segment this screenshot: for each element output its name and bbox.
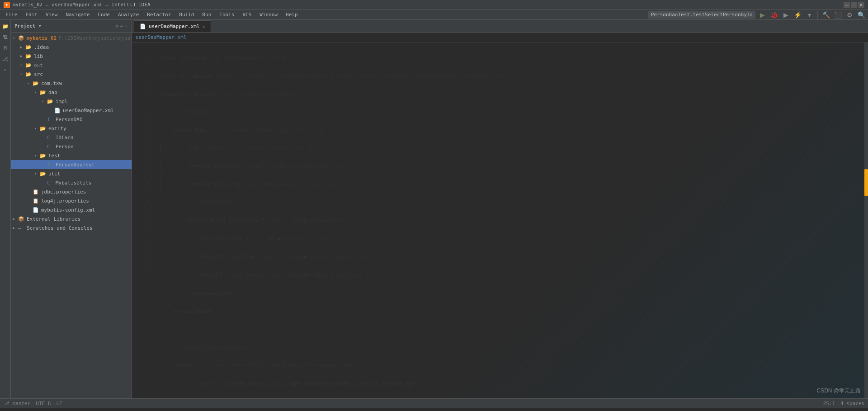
sidebar-icon-structure[interactable]: 🏗 [1,33,10,42]
tree-log4j-properties[interactable]: ▶ 📋 log4j.properties [11,196,132,205]
breadcrumb-item[interactable]: userDaoMapper.xml [136,34,187,40]
line-separator[interactable]: LF [56,401,62,406]
sidebar-icon-todo[interactable]: ✓ [1,65,10,74]
window-title: mybatis_02 – userDaoMapper.xml – Intelli… [13,2,151,8]
tree-persondao[interactable]: ▶ I PersonDAO [11,115,132,124]
run-button[interactable]: ▶ [757,10,767,20]
title-bar: ♦ mybatis_02 – userDaoMapper.xml – Intel… [0,0,868,10]
tree-impl[interactable]: ▾ 📂 impl [11,97,132,106]
menu-analyze[interactable]: Analyze [114,11,142,19]
menu-bar: File Edit View Navigate Code Analyze Ref… [0,10,868,20]
project-title: Project ▾ [14,23,42,29]
menu-build[interactable]: Build [175,11,198,19]
tab-label: userDaoMapper.xml [149,24,200,29]
tree-scratches[interactable]: ▶ ✏️ Scratches and Consoles [11,223,132,232]
git-branch[interactable]: ⎇ master [4,401,30,406]
tree-userdaomapper[interactable]: ▶ 📄 userDaoMapper.xml [11,106,132,115]
code-editor: 12345 678910 1112131415 1617181920 21222… [132,43,868,398]
editor-scrollbar[interactable] [864,43,868,398]
sidebar-icon-project[interactable]: 📁 [1,22,10,31]
menu-file[interactable]: File [2,11,21,19]
project-tree: ▾ 📦 mybatis_02 F:\IDEAWork\mybatis\mybat… [11,33,132,398]
menu-view[interactable]: View [42,11,61,19]
tree-com-txw[interactable]: ▾ 📂 com.txw [11,79,132,88]
tree-util[interactable]: ▾ 📂 util [11,169,132,178]
menu-edit[interactable]: Edit [22,11,42,19]
tree-dao[interactable]: ▾ 📂 dao [11,88,132,97]
editor-area: 📄 userDaoMapper.xml ✕ userDaoMapper.xml … [132,20,868,398]
menu-code[interactable]: Code [94,11,113,19]
window-controls[interactable]: — □ ✕ [844,2,864,8]
line-numbers: 12345 678910 1112131415 1617181920 21222… [132,43,155,398]
tree-idea[interactable]: ▶ 📂 .idea [11,43,132,52]
run-with-coverage-button[interactable]: ▶ [781,10,791,20]
tree-jdbc-properties[interactable]: ▶ 📋 jdbc.properties [11,187,132,196]
breadcrumb: userDaoMapper.xml [132,33,868,43]
sidebar-icon-maven[interactable]: M [1,43,10,52]
tree-test[interactable]: ▾ 📂 test [11,151,132,160]
project-icon-gear[interactable]: ≡ [125,23,128,29]
stop-button[interactable]: ⬛ [833,10,843,20]
cursor-position: 25:1 [823,401,835,406]
profile-button[interactable]: ⚡ [793,10,802,20]
run-config-area: PersonDaoTest.testSelectPersonById ▶ 🐞 ▶… [648,10,866,20]
file-encoding[interactable]: UTF-8 [36,401,51,406]
status-bar-right: 25:1 4 spaces [823,401,864,406]
tree-mybatis-config[interactable]: ▶ 📄 mybatis-config.xml [11,205,132,214]
tree-lib[interactable]: ▶ 📂 lib [11,52,132,61]
tree-entity[interactable]: ▾ 📂 entity [11,124,132,133]
close-button[interactable]: ✕ [858,2,864,8]
project-icon-expand[interactable]: ⇔ [120,23,123,29]
tree-person[interactable]: ▶ C Person [11,142,132,151]
tree-external-libraries[interactable]: ▶ 📦 External Libraries [11,214,132,223]
project-header-icons: ⚙ ⇔ ≡ [115,23,128,29]
project-header: Project ▾ ⚙ ⇔ ≡ [11,20,132,33]
main-container: 📁 🏗 M ⎇ ✓ Project ▾ ⚙ ⇔ ≡ ▾ 📦 mybatis_02… [0,20,868,398]
more-run-options[interactable]: ▾ [804,10,814,20]
tree-out[interactable]: ▾ 📂 out [11,61,132,70]
status-bar: ⎇ master UTF-8 LF 25:1 4 spaces [0,398,868,408]
menu-help[interactable]: Help [282,11,302,19]
tree-mybatisutils[interactable]: ▶ C MybatisUtils [11,178,132,187]
sidebar-icon-bar: 📁 🏗 M ⎇ ✓ [0,20,11,398]
indentation: 4 spaces [840,401,864,406]
settings-icon[interactable]: ⚙ [844,10,854,20]
status-bar-left: ⎇ master UTF-8 LF [4,401,62,406]
debug-button[interactable]: 🐞 [769,10,779,20]
tree-src[interactable]: ▾ 📂 src [11,70,132,79]
project-icon-settings[interactable]: ⚙ [115,23,118,29]
tree-idcard[interactable]: ▶ C IDCard [11,133,132,142]
sidebar-icon-git[interactable]: ⎇ [1,54,10,63]
project-panel: Project ▾ ⚙ ⇔ ≡ ▾ 📦 mybatis_02 F:\IDEAWo… [11,20,132,398]
watermark: CSDN @学无止路 [816,387,861,395]
menu-tools[interactable]: Tools [216,11,238,19]
editor-tab-userdaomapper[interactable]: 📄 userDaoMapper.xml ✕ [134,20,211,32]
run-config-name[interactable]: PersonDaoTest.testSelectPersonById [648,11,755,19]
build-button[interactable]: 🔨 [821,10,831,20]
menu-navigate[interactable]: Navigate [62,11,94,19]
minimize-button[interactable]: — [844,2,850,8]
scrollbar-thumb[interactable] [864,169,868,196]
tree-root[interactable]: ▾ 📦 mybatis_02 F:\IDEAWork\mybatis\mybat… [11,33,132,43]
tree-persondaotest[interactable]: ▶ T PersonDaoTest [11,160,132,169]
menu-run[interactable]: Run [198,11,215,19]
menu-window[interactable]: Window [256,11,281,19]
code-content[interactable]: <?xml version="1.0" encoding="UTF-8" ?> … [156,43,864,398]
app-icon: ♦ [4,2,10,8]
menu-vcs[interactable]: VCS [239,11,255,19]
search-icon[interactable]: 🔍 [856,10,866,20]
menu-refactor[interactable]: Refactor [143,11,175,19]
title-bar-left: ♦ mybatis_02 – userDaoMapper.xml – Intel… [4,2,151,8]
tab-bar: 📄 userDaoMapper.xml ✕ [132,20,868,33]
maximize-button[interactable]: □ [851,2,857,8]
tab-close-button[interactable]: ✕ [203,24,205,29]
